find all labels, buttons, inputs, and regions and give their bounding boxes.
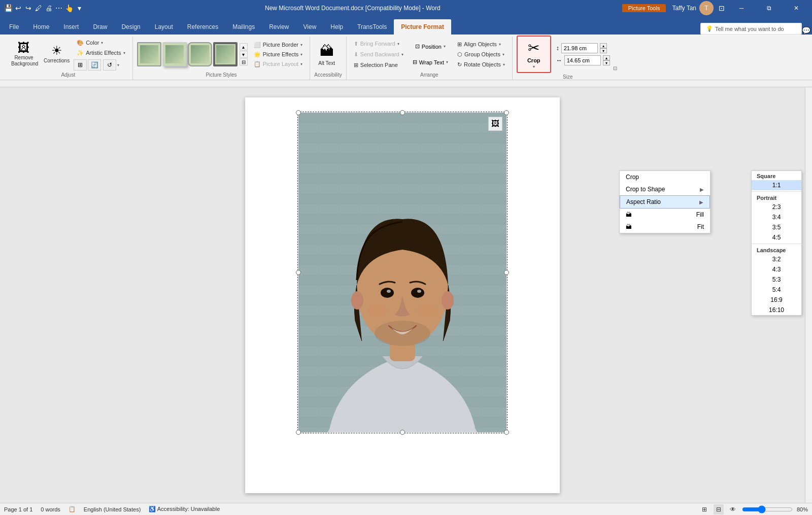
right-scrollbar[interactable] [805,87,812,503]
picture-layout-btn[interactable]: 📋 Picture Layout ▾ [251,59,306,68]
send-backward-btn[interactable]: ⬇ Send Backward ▾ [351,50,407,59]
picture-effects-label: Picture Effects [263,51,299,57]
undo-btn[interactable]: ↩ [14,4,22,12]
close-btn[interactable]: ✕ [785,0,808,16]
touch-btn[interactable]: 👆 [65,4,73,12]
size-dialog-launcher[interactable]: ⊡ [611,64,619,72]
compress-pictures-btn[interactable]: ⊞ [74,59,87,71]
user-avatar[interactable]: T [699,1,714,15]
height-input[interactable] [564,55,601,65]
width-up-btn[interactable]: ▴ [600,43,607,48]
accessibility-status[interactable]: ♿ Accessibility: Unavailable [149,506,220,512]
align-btn[interactable]: ⊞ Align Objects ▾ [454,40,508,49]
group-btn[interactable]: ⬡ Group Objects ▾ [454,50,508,59]
ratio-3-4-item[interactable]: 3:4 [752,212,801,222]
picture-style-4[interactable] [213,42,238,66]
color-btn[interactable]: 🎨 Color ▾ [74,38,128,47]
remove-background-btn[interactable]: 🖼 Remove Background [8,39,40,70]
ratio-5-4-item[interactable]: 5:4 [752,285,801,295]
change-picture-btn[interactable]: 🔄 [88,59,101,71]
gallery-down-btn[interactable]: ▾ [240,51,248,58]
customize-btn[interactable]: 🖊 [35,4,43,12]
ratio-1-1-item[interactable]: 1:1 [752,180,801,190]
handle-mid-left[interactable] [296,270,301,275]
picture-style-3[interactable] [188,42,212,66]
aspect-ratio-arrow: ▶ [699,199,703,205]
handle-mid-right[interactable] [504,270,509,275]
tab-layout[interactable]: Layout [148,19,180,35]
ratio-2-3-item[interactable]: 2:3 [752,202,801,212]
svg-point-13 [442,291,454,310]
maximize-btn[interactable]: ⧉ [757,0,781,16]
tab-review[interactable]: Review [262,19,296,35]
tab-picture-format[interactable]: Picture Format [394,19,451,35]
gallery-more-btn[interactable]: ⊟ [240,58,248,65]
wrap-text-btn[interactable]: ⊟ Wrap Text ▾ [410,55,451,70]
tell-me-input[interactable]: 💡 Tell me what you want to do [700,23,802,35]
handle-bot-right[interactable] [504,430,509,435]
comments-btn[interactable]: 💬 [802,26,810,35]
bring-forward-btn[interactable]: ⬆ Bring Forward ▾ [351,39,407,48]
tab-help[interactable]: Help [323,19,350,35]
selected-image-container[interactable]: 🖼 [298,113,506,432]
handle-bot-center[interactable] [400,430,405,435]
width-input[interactable] [561,43,598,53]
handle-top-center[interactable] [400,110,405,115]
more-btn[interactable]: ⋯ [55,4,63,12]
ratio-4-3-item[interactable]: 4:3 [752,264,801,274]
height-down-btn[interactable]: ▾ [603,60,610,65]
selection-pane-btn[interactable]: ⊞ Selection Pane [351,60,407,70]
corrections-btn[interactable]: ☀ Corrections [41,39,73,70]
tab-design[interactable]: Design [114,19,147,35]
customize-qat[interactable]: ▾ [75,4,83,12]
ratio-16-9-item[interactable]: 16:9 [752,295,801,305]
aspect-ratio-item[interactable]: Aspect Ratio ▶ [620,195,710,209]
fit-item[interactable]: 🏔 Fit [620,221,710,233]
picture-style-1[interactable] [137,42,161,66]
height-up-btn[interactable]: ▴ [603,55,610,60]
ratio-3-2-item[interactable]: 3:2 [752,254,801,264]
alt-text-btn[interactable]: 🏔 Alt Text [314,41,339,68]
gallery-up-btn[interactable]: ▴ [240,43,248,50]
tab-references[interactable]: References [180,19,225,35]
tab-insert[interactable]: Insert [56,19,86,35]
ratio-4-5-item[interactable]: 4:5 [752,232,801,243]
ribbon-toggle[interactable]: ⊡ [718,4,726,12]
reset-picture-btn[interactable]: ↺ [103,59,116,71]
tab-transtools[interactable]: TransTools [350,19,394,35]
handle-bot-left[interactable] [296,430,301,435]
fill-item[interactable]: 🏔 Fill [620,209,710,221]
read-mode-btn[interactable]: 👁 [728,504,738,514]
tab-file[interactable]: File [2,19,26,35]
ratio-5-3-item[interactable]: 5:3 [752,274,801,285]
ribbon-content: 🖼 Remove Background ☀ Corrections 🎨 Colo… [0,35,812,80]
proofing-icon[interactable]: 📋 [69,506,76,512]
tab-mailings[interactable]: Mailings [225,19,262,35]
tab-draw[interactable]: Draw [86,19,114,35]
language[interactable]: English (United States) [84,506,141,512]
width-down-btn[interactable]: ▾ [600,48,607,53]
redo-btn[interactable]: ↪ [24,4,32,12]
crop-item[interactable]: Crop [620,171,710,183]
zoom-slider[interactable] [742,505,793,513]
minimize-btn[interactable]: ─ [730,0,753,16]
rotate-btn[interactable]: ↻ Rotate Objects ▾ [454,60,508,69]
handle-top-left[interactable] [296,110,301,115]
picture-effects-btn[interactable]: 🌟 Picture Effects ▾ [251,50,306,59]
artistic-effects-btn[interactable]: ✨ Artistic Effects ▾ [74,48,128,57]
picture-style-2[interactable] [162,42,187,66]
crop-to-shape-item[interactable]: Crop to Shape ▶ [620,183,710,195]
position-btn[interactable]: ⊡ Position ▾ [410,40,451,54]
picture-layout-icon: 📋 [254,61,261,67]
handle-top-right[interactable] [504,110,509,115]
tab-home[interactable]: Home [26,19,56,35]
ratio-3-5-item[interactable]: 3:5 [752,222,801,232]
tab-view[interactable]: View [296,19,324,35]
ratio-16-10-item[interactable]: 16:10 [752,305,801,315]
picture-border-btn[interactable]: ⬜ Picture Border ▾ [251,40,306,49]
print-layout-btn[interactable]: ⊞ [699,504,709,514]
web-layout-btn[interactable]: ⊟ [714,504,724,514]
crop-main-btn[interactable]: ✂ Crop ▾ [519,38,549,71]
print-btn[interactable]: 🖨 [45,4,53,12]
word-icon[interactable]: 💾 [4,4,12,12]
